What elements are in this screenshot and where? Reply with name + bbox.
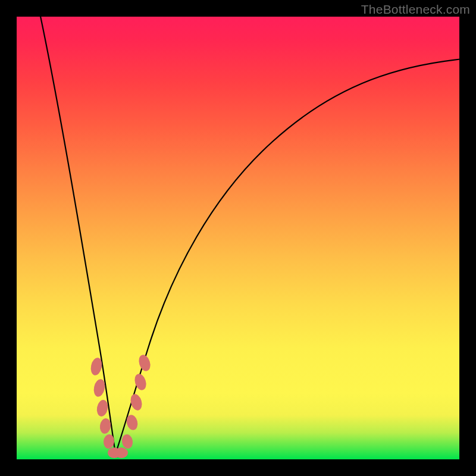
marker-cluster [89,353,152,458]
chart-frame: TheBottleneck.com [0,0,476,476]
marker-dot [137,353,152,372]
marker-dot [121,434,134,450]
marker-dot [96,399,109,418]
marker-dot [115,447,128,458]
plot-area [17,17,459,459]
bottleneck-curve-right [115,58,469,454]
marker-dot [99,418,111,434]
curve-layer [17,17,459,459]
marker-dot [129,393,143,412]
watermark-text: TheBottleneck.com [361,2,470,17]
